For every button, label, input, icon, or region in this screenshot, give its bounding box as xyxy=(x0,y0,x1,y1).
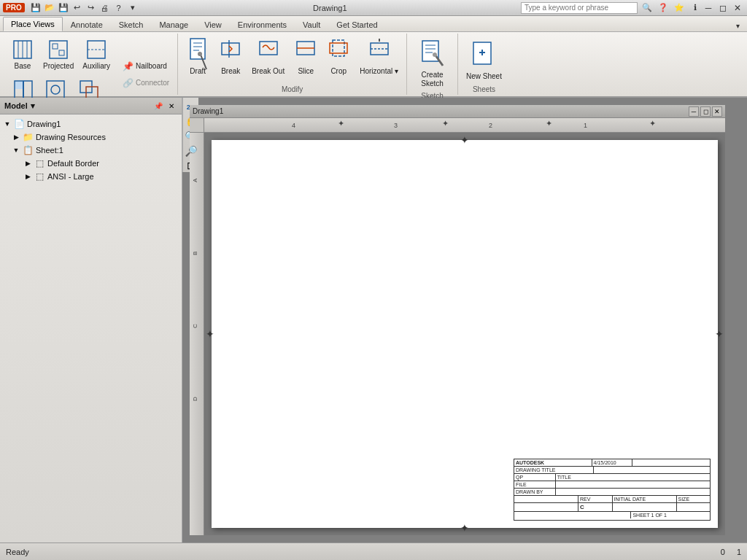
drawing-minimize-button[interactable]: ─ xyxy=(689,106,699,117)
tab-view[interactable]: View xyxy=(196,18,230,31)
slice-label: Slice xyxy=(298,67,314,76)
tree-item-ansi-large[interactable]: ▶ ⬚ ANSI - Large xyxy=(0,170,182,183)
slice-button[interactable]: Slice xyxy=(290,40,321,79)
paper-sheet: ✦ ✦ ✦ ✦ AUTODESK 4/15/2010 DRAWING TITLE xyxy=(212,140,718,528)
new-sheet-label: New Sheet xyxy=(466,72,502,81)
tb-initial-date: INITIAL DATE xyxy=(613,496,677,502)
minimize-button[interactable]: ─ xyxy=(702,1,715,15)
tree-item-default-border[interactable]: ▶ ⬚ Default Border xyxy=(0,157,182,170)
restore-button[interactable]: ◻ xyxy=(716,1,729,15)
title-bar-left: PRO 💾 📂 💾 ↩ ↪ 🖨 ? ▾ xyxy=(3,1,139,15)
tree-expand-ansi-large[interactable]: ▶ xyxy=(23,172,32,181)
draft-label: Draft xyxy=(190,67,206,76)
quick-access-toolbar: 💾 📂 💾 ↩ ↪ 🖨 ? ▾ xyxy=(29,1,139,15)
tb-row-7: C xyxy=(514,503,710,512)
sheets-group-label: Sheets xyxy=(473,85,495,93)
tree-label-default-border: Default Border xyxy=(47,159,99,168)
tb-empty4 xyxy=(556,489,710,495)
qa-undo[interactable]: ↩ xyxy=(71,1,84,15)
tree-item-drawing-resources[interactable]: ▶ 📁 Drawing Resources xyxy=(0,131,182,144)
tab-manage[interactable]: Manage xyxy=(151,18,196,31)
tab-place-views[interactable]: Place Views xyxy=(3,17,63,31)
new-sheet-button[interactable]: New Sheet xyxy=(462,36,506,83)
title-block: AUTODESK 4/15/2010 DRAWING TITLE QP TITL… xyxy=(514,459,711,521)
tb-row-1: AUTODESK 4/15/2010 xyxy=(514,459,710,467)
drawing-restore-button[interactable]: ◻ xyxy=(700,106,711,117)
break-button[interactable]: Break xyxy=(215,40,246,79)
new-sheet-icon xyxy=(471,39,497,72)
qa-new[interactable]: 💾 xyxy=(29,1,42,15)
tb-company: AUTODESK xyxy=(514,459,592,466)
tb-drawn-by: DRAWN BY xyxy=(514,489,556,495)
ribbon-tabs: Place Views Annotate Sketch Manage View … xyxy=(0,16,747,32)
tab-environments[interactable]: Environments xyxy=(230,18,295,31)
border-icon: ⬚ xyxy=(34,158,45,169)
qa-help[interactable]: ? xyxy=(112,1,125,15)
help-icon[interactable]: ❓ xyxy=(657,1,670,15)
search-input[interactable] xyxy=(521,2,638,14)
ruler-vertical: A B C D xyxy=(190,133,204,535)
svg-point-13 xyxy=(51,85,60,94)
window-controls: ─ ◻ ✕ xyxy=(702,1,744,15)
svg-text:✦: ✦ xyxy=(442,119,449,128)
ribbon-group-sketch: CreateSketch Sketch xyxy=(407,34,458,95)
status-coord: 0 xyxy=(721,548,725,556)
drawing-close-button[interactable]: ✕ xyxy=(712,106,722,117)
nailboard-icon: 📌 xyxy=(122,61,133,72)
tree-label-ansi-large: ANSI - Large xyxy=(47,172,94,181)
qa-print[interactable]: 🖨 xyxy=(98,1,112,15)
info-icon[interactable]: ℹ xyxy=(689,1,702,15)
sheets-group-content: New Sheet xyxy=(462,35,506,84)
tb-empty3 xyxy=(556,481,710,488)
tree-expand-drawing-resources[interactable]: ▶ xyxy=(12,133,20,141)
drawing-area: Drawing1 ─ ◻ ✕ 4 3 2 1 xyxy=(182,98,747,542)
base-button[interactable]: Base xyxy=(7,35,38,74)
draft-button[interactable]: Draft xyxy=(182,40,213,79)
crop-button[interactable]: Crop xyxy=(323,40,354,79)
qa-save[interactable]: 💾 xyxy=(57,1,70,15)
drawing-window-title: Drawing1 xyxy=(193,107,223,115)
status-text: Ready xyxy=(6,548,29,556)
qa-open[interactable]: 📂 xyxy=(43,1,56,15)
search-button[interactable]: 🔍 xyxy=(640,1,654,15)
status-scale: 1 xyxy=(737,548,741,556)
sidebar-dropdown-icon[interactable]: ▾ xyxy=(31,101,35,111)
ribbon-extra-button[interactable]: ▾ xyxy=(732,20,744,31)
tb-qp: QP xyxy=(514,474,556,481)
tree-item-sheet1[interactable]: ▼ 📋 Sheet:1 xyxy=(0,144,182,157)
horizontal-button[interactable]: Horizontal ▾ xyxy=(356,40,402,79)
tree-expand-sheet1[interactable]: ▼ xyxy=(12,146,20,155)
svg-rect-6 xyxy=(59,50,64,55)
tab-sketch[interactable]: Sketch xyxy=(111,18,152,31)
tree-expand-drawing1[interactable]: ▼ xyxy=(3,120,12,128)
base-label: Base xyxy=(15,62,31,71)
break-out-button[interactable]: Break Out xyxy=(248,40,288,79)
svg-rect-5 xyxy=(53,44,58,49)
qa-redo[interactable]: ↪ xyxy=(85,1,98,15)
svg-text:B: B xyxy=(192,252,198,255)
create-sketch-button[interactable]: CreateSketch xyxy=(416,35,449,90)
tb-rev: REV xyxy=(578,496,613,502)
tab-get-started[interactable]: Get Started xyxy=(328,18,385,31)
app-label: PRO xyxy=(3,3,25,12)
tb-row-3: QP TITLE xyxy=(514,474,710,481)
sidebar-close-button[interactable]: ✕ xyxy=(166,100,177,112)
qa-more[interactable]: ▾ xyxy=(126,1,139,15)
connector-button[interactable]: 🔗 Connector xyxy=(118,75,173,91)
auxiliary-button[interactable]: Auxiliary xyxy=(79,35,114,74)
tab-annotate[interactable]: Annotate xyxy=(63,18,111,31)
close-button[interactable]: ✕ xyxy=(731,1,744,15)
sidebar-pin-button[interactable]: 📌 xyxy=(152,100,164,112)
break-icon xyxy=(219,43,242,66)
zoom-out-button[interactable]: 🔍 xyxy=(185,144,198,158)
tree-expand-default-border[interactable]: ▶ xyxy=(23,159,32,168)
sheet-icon-sheet1: 📋 xyxy=(22,144,34,156)
doc-icon-drawing1: 📄 xyxy=(13,118,25,130)
status-bar: Ready 0 1 xyxy=(0,542,747,560)
tab-vault[interactable]: Vault xyxy=(295,18,328,31)
favorites-icon[interactable]: ⭐ xyxy=(673,1,686,15)
nailboard-button[interactable]: 📌 Nailboard xyxy=(118,58,173,74)
tree-item-drawing1[interactable]: ▼ 📄 Drawing1 xyxy=(0,117,182,131)
break-out-label: Break Out xyxy=(252,67,285,76)
projected-button[interactable]: Projected xyxy=(39,35,77,74)
